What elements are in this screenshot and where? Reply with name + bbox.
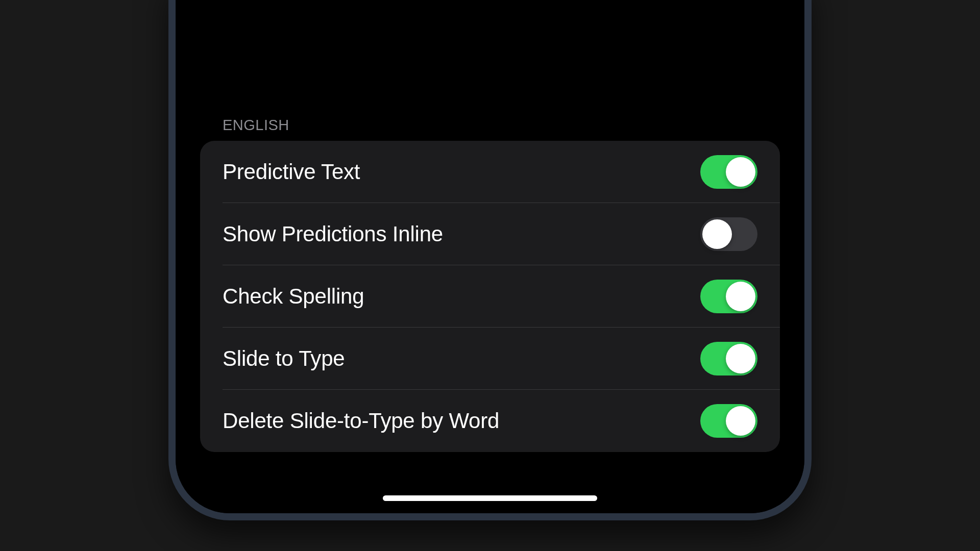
toggle-show-predictions-inline[interactable] xyxy=(700,217,757,251)
label-show-predictions-inline: Show Predictions Inline xyxy=(223,222,443,246)
toggle-knob xyxy=(726,344,755,373)
row-predictive-text: Predictive Text xyxy=(200,141,780,203)
settings-group-english: Predictive Text Show Predictions Inline … xyxy=(200,141,780,452)
section-header-english: English xyxy=(200,117,780,141)
label-delete-slide-to-type-by-word: Delete Slide-to-Type by Word xyxy=(223,409,499,433)
phone-device-frame: English Predictive Text Show Predictions… xyxy=(168,0,812,520)
toggle-check-spelling[interactable] xyxy=(700,280,757,313)
toggle-knob xyxy=(726,157,755,187)
toggle-delete-slide-to-type-by-word[interactable] xyxy=(700,404,757,438)
label-predictive-text: Predictive Text xyxy=(223,160,360,184)
row-show-predictions-inline: Show Predictions Inline xyxy=(200,203,780,265)
label-check-spelling: Check Spelling xyxy=(223,284,364,309)
settings-content: English Predictive Text Show Predictions… xyxy=(200,0,780,478)
toggle-knob xyxy=(702,219,732,249)
row-slide-to-type: Slide to Type xyxy=(200,328,780,390)
row-check-spelling: Check Spelling xyxy=(200,265,780,328)
toggle-predictive-text[interactable] xyxy=(700,155,757,189)
home-indicator[interactable] xyxy=(383,495,597,501)
label-slide-to-type: Slide to Type xyxy=(223,346,345,371)
row-delete-slide-to-type-by-word: Delete Slide-to-Type by Word xyxy=(200,390,780,452)
toggle-knob xyxy=(726,406,755,436)
screen-area: English Predictive Text Show Predictions… xyxy=(176,0,804,513)
toggle-knob xyxy=(726,282,755,311)
toggle-slide-to-type[interactable] xyxy=(700,342,757,375)
